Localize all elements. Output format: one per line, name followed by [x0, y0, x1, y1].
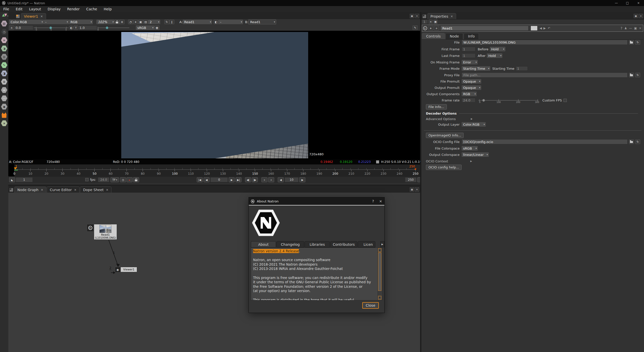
dialog-tab[interactable]: Changelog	[276, 241, 304, 248]
tab-close-icon[interactable]: ×	[106, 188, 108, 192]
display-channels-dropdown[interactable]: RGB▾	[69, 20, 93, 24]
pane-menu-icon[interactable]	[16, 15, 20, 18]
timeformat-dropdown[interactable]: TF▾	[110, 177, 119, 182]
fps-checkbox[interactable]	[85, 178, 89, 181]
tab-controls[interactable]: Controls	[422, 33, 445, 39]
redo-arrow-icon[interactable]: ▶	[543, 26, 546, 30]
color-picker-icon[interactable]: ✎	[413, 25, 418, 30]
toolbar-item[interactable]: ∞	[1, 87, 7, 93]
output-layer-dropdown[interactable]: Color.RGB▾	[462, 122, 486, 127]
file-premult-dropdown[interactable]: Opaque▾	[462, 79, 481, 84]
scroll-up-icon[interactable]: ▲	[378, 248, 381, 252]
tab-close-icon[interactable]: ×	[41, 188, 43, 192]
float-pane-icon[interactable]: ▣	[634, 14, 638, 18]
toolbar-item[interactable]	[1, 112, 7, 118]
gamma-toggle-icon[interactable]: ◐	[69, 25, 74, 30]
first-frame-button[interactable]: |◀	[197, 177, 203, 182]
next-keyframe-button[interactable]: »	[268, 177, 274, 182]
add-knob-icon[interactable]: +	[434, 26, 439, 30]
zoom-lock-icon[interactable]	[114, 20, 119, 24]
expand-arrow-icon[interactable]: ▶	[471, 118, 473, 120]
dialog-tab[interactable]: Libraries	[305, 241, 330, 248]
close-pane-icon[interactable]: ×	[415, 14, 419, 18]
checkerboard-icon[interactable]: ▦	[154, 25, 159, 30]
gain-field[interactable]: 0.0	[14, 25, 33, 30]
b-input-dropdown[interactable]: Read1▾	[248, 19, 276, 24]
full-frame-icon[interactable]: ∗	[133, 20, 138, 24]
proxy-level-dropdown[interactable]: 2▾	[148, 20, 160, 24]
expand-arrow-icon[interactable]: ▶	[470, 160, 472, 162]
eye-icon[interactable]: ◉	[115, 267, 120, 272]
toolbar-item[interactable]: ▤	[1, 21, 7, 26]
reload-file-icon[interactable]: ↻	[635, 73, 640, 77]
timeline-lock-icon[interactable]	[133, 177, 139, 182]
prev-frame-button[interactable]: ◀	[204, 177, 210, 182]
maximize-button[interactable]: □	[622, 0, 633, 6]
menu-item[interactable]: Help	[100, 6, 115, 12]
file-info-button[interactable]: File Info...	[426, 104, 447, 110]
fps-field[interactable]: 24.0	[98, 177, 109, 182]
next-frame-button[interactable]: ▶	[229, 177, 235, 182]
node-viewer1[interactable]: ◉ Viewer1	[115, 267, 137, 272]
wipe-op-dropdown[interactable]: -▾	[219, 20, 243, 24]
proxy-file-field[interactable]	[462, 73, 628, 78]
tab-scroll-right-icon[interactable]: ▶	[380, 241, 384, 247]
output-components-dropdown[interactable]: RGB▾	[462, 92, 477, 96]
dialog-tab[interactable]: Contributors	[330, 241, 357, 248]
jump-back-button[interactable]: ◀	[278, 177, 284, 182]
dialog-titlebar[interactable]: About Natron ? ×	[249, 197, 384, 205]
wipe-icon[interactable]: ◧	[214, 20, 219, 24]
minimize-panel-icon[interactable]: —	[629, 26, 632, 30]
prev-keyframe-button[interactable]: «	[261, 177, 267, 182]
tab-close-icon[interactable]: ×	[41, 15, 43, 18]
folder-icon[interactable]	[629, 40, 634, 45]
tab-properties[interactable]: Properties ×	[427, 13, 456, 19]
menu-item[interactable]: File	[0, 6, 12, 12]
playhead-marker[interactable]	[14, 167, 17, 169]
frame-increment-field[interactable]: 10	[285, 177, 299, 182]
tab-close-icon[interactable]: ×	[451, 15, 453, 18]
turbo-mode-icon[interactable]: ▸	[127, 177, 133, 182]
frame-rate-slider[interactable]: 0 100 200 300	[478, 98, 539, 102]
output-premult-dropdown[interactable]: Opaque▾	[462, 85, 481, 90]
folder-icon[interactable]	[629, 73, 634, 77]
out-point-field[interactable]: 250	[405, 177, 417, 182]
pause-icon[interactable]: ‖	[169, 20, 174, 24]
hide-unmodified-icon[interactable]: ♟	[624, 26, 627, 30]
file-colorspace-dropdown[interactable]: sRGB▾	[462, 146, 478, 151]
reload-file-icon[interactable]: ↻	[635, 40, 640, 45]
sync-viewers-icon[interactable]: ⊕	[119, 20, 125, 24]
toolbar-item[interactable]: ✎	[1, 62, 7, 68]
menu-item[interactable]: Cache	[83, 6, 101, 12]
gamma-y-icon[interactable]: Y	[74, 25, 78, 30]
close-panel-icon[interactable]: ×	[639, 26, 641, 30]
openimageio-info-button[interactable]: OpenImageIO Info...	[426, 133, 464, 138]
tab-node[interactable]: Node	[446, 33, 463, 39]
minimize-button[interactable]: —	[611, 0, 622, 6]
clip-to-project-icon[interactable]: ◔	[128, 20, 133, 24]
a-input-dropdown[interactable]: Read1▾	[183, 20, 212, 24]
menu-item[interactable]: Display	[44, 6, 64, 12]
gamma-field[interactable]: 1.0	[78, 25, 97, 30]
dialog-tab[interactable]: About	[251, 241, 276, 248]
help-icon[interactable]: ?	[620, 26, 622, 30]
menu-item[interactable]: Layout	[26, 6, 45, 12]
alpha-layer-dropdown[interactable]: -▾	[44, 20, 69, 24]
toolbar-item[interactable]: ◷	[1, 29, 7, 35]
scroll-thumb[interactable]	[378, 253, 381, 291]
first-frame-field[interactable]: 1	[462, 47, 475, 51]
set-in-point-button[interactable]: ◣	[9, 177, 15, 182]
next-increment-button[interactable]: |▶	[252, 177, 258, 182]
in-point-field[interactable]: 1	[16, 177, 33, 182]
refresh-icon[interactable]: ↻	[164, 20, 169, 24]
close-pane-icon[interactable]: ×	[415, 187, 419, 192]
gamma-slider[interactable]: 0	[97, 25, 130, 30]
node-read1[interactable]: ▶ Read1 (L1010096.DNG)	[87, 224, 117, 240]
pane-menu-icon[interactable]	[10, 188, 13, 192]
last-frame-button[interactable]: ▶|	[235, 177, 242, 182]
last-frame-field[interactable]: 1	[462, 53, 475, 58]
toolbar-item[interactable]: ∗	[1, 120, 7, 126]
tab-viewer1[interactable]: Viewer1 ×	[21, 13, 46, 19]
render-scale-icon[interactable]: ▣	[138, 20, 143, 24]
center-node-icon[interactable]: ∗	[428, 26, 433, 30]
